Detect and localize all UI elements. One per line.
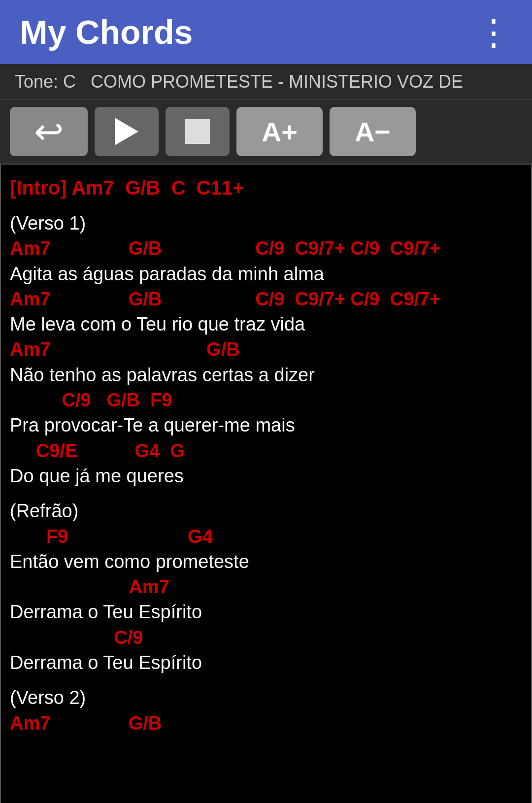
chord-line: Am7 G/B xyxy=(10,711,522,736)
font-decrease-button[interactable]: A− xyxy=(330,107,416,156)
chord-content-area: [Intro] Am7 G/B C C11+(Verso 1)Am7 G/B C… xyxy=(0,164,532,803)
empty-line xyxy=(10,489,522,499)
font-decrease-label: A− xyxy=(355,116,391,148)
section-line: (Verso 2) xyxy=(10,685,522,710)
stop-button[interactable] xyxy=(166,107,230,156)
back-icon: ↩ xyxy=(34,111,64,152)
font-increase-label: A+ xyxy=(262,116,298,148)
font-increase-button[interactable]: A+ xyxy=(236,107,323,156)
back-button[interactable]: ↩ xyxy=(10,107,88,156)
lyric-line: Então vem como prometeste xyxy=(10,549,522,574)
play-button[interactable] xyxy=(95,107,159,156)
chord-line: F9 G4 xyxy=(10,524,522,549)
lyric-line: Agita as águas paradas da minh alma xyxy=(10,262,522,287)
app-header: My Chords ⋮ xyxy=(0,0,532,64)
lyric-line: Pra provocar-Te a querer-me mais xyxy=(10,413,522,438)
app-title: My Chords xyxy=(20,13,193,51)
lyric-line: Do que já me queres xyxy=(10,464,522,489)
lyric-line: Não tenho as palavras certas a dizer xyxy=(10,363,522,388)
section-line: (Verso 1) xyxy=(10,211,522,236)
chord-line: [Intro] Am7 G/B C C11+ xyxy=(10,174,522,201)
chord-line: C/9 G/B F9 xyxy=(10,388,522,413)
lyric-line: Derrama o Teu Espírito xyxy=(10,650,522,675)
tone-value: C xyxy=(63,71,76,92)
stop-icon xyxy=(185,119,210,144)
controls-bar: ↩ A+ A− xyxy=(0,100,532,164)
play-icon xyxy=(115,118,138,145)
empty-line xyxy=(10,675,522,685)
song-title: COMO PROMETESTE - MINISTERIO VOZ DE xyxy=(91,71,463,92)
more-options-icon[interactable]: ⋮ xyxy=(476,11,512,53)
chord-line: C/9 xyxy=(10,625,522,650)
section-line: (Refrão) xyxy=(10,499,522,524)
chord-line: Am7 xyxy=(10,574,522,600)
chord-line: Am7 G/B C/9 C9/7+ C/9 C9/7+ xyxy=(10,287,522,312)
lyric-line: Derrama o Teu Espírito xyxy=(10,600,522,625)
tone-bar: Tone: C COMO PROMETESTE - MINISTERIO VOZ… xyxy=(0,64,532,100)
chord-line: Am7 G/B xyxy=(10,337,522,362)
empty-line xyxy=(10,201,522,211)
chord-line: Am7 G/B C/9 C9/7+ C/9 C9/7+ xyxy=(10,236,522,261)
tone-label: Tone: xyxy=(15,71,58,92)
chord-line: C9/E G4 G xyxy=(10,438,522,464)
lyric-line: Me leva com o Teu rio que traz vida xyxy=(10,312,522,337)
